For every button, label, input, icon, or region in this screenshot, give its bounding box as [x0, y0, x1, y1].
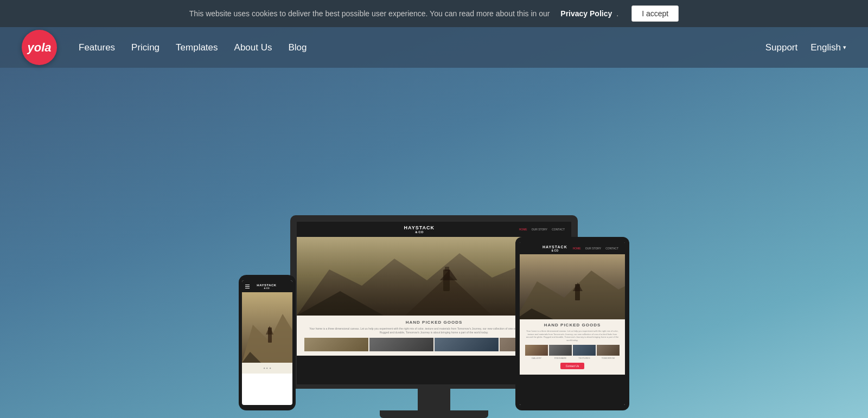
site-nav-tablet: HOME OUR STORY CONTACT: [573, 247, 618, 250]
site-thumb-1: [304, 338, 368, 351]
phone-footer-bar: ✦ ✦ ✦: [242, 363, 292, 374]
phone-mockup: HAYSTACK & CO: [239, 275, 296, 410]
phone-hero-image: [242, 292, 292, 363]
tab-label-4: TOMORROW: [597, 357, 620, 359]
language-selector[interactable]: English ▾: [810, 42, 846, 53]
nav-pricing[interactable]: Pricing: [131, 42, 159, 53]
site-brand-monitor: HAYSTACK & CO: [404, 225, 435, 234]
phone-footer-text: ✦ ✦ ✦: [263, 366, 271, 370]
tablet-mockup: HAYSTACK & CO HOME OUR STORY CONTACT: [515, 237, 629, 410]
tab-thumb-4: [597, 345, 620, 356]
monitor-neck: [418, 389, 450, 410]
devices-container: HAYSTACK & CO HOME OUR STORY CONTACT: [239, 152, 629, 418]
site-nav-monitor: HOME OUR STORY CONTACT: [519, 228, 565, 231]
tablet-hero-image: [520, 254, 625, 319]
nav-blog[interactable]: Blog: [288, 42, 307, 53]
site-nav-home: HOME: [519, 228, 527, 231]
tablet-thumbnails: [525, 345, 620, 356]
site-thumb-3: [435, 338, 499, 351]
cookie-period: .: [616, 9, 618, 18]
logo[interactable]: yola: [22, 30, 57, 65]
navbar: yola Features Pricing Templates About Us…: [0, 27, 868, 68]
hero-section: HAYSTACK & CO HOME OUR STORY CONTACT: [0, 68, 868, 418]
site-brand-tablet: HAYSTACK & CO: [542, 245, 567, 252]
phone-site-header: HAYSTACK & CO: [242, 280, 292, 292]
tablet-contact-button: Contact Us: [560, 363, 585, 369]
accept-cookies-button[interactable]: I accept: [631, 5, 679, 22]
tablet-section-title: HAND PICKED GOODS: [525, 323, 620, 327]
tab-nav-contact: CONTACT: [605, 247, 618, 250]
tablet-screen: HAYSTACK & CO HOME OUR STORY CONTACT: [520, 242, 625, 405]
cookie-message: This website uses cookies to deliver the…: [189, 9, 550, 18]
site-header-tablet: HAYSTACK & CO HOME OUR STORY CONTACT: [520, 242, 625, 254]
svg-marker-5: [440, 269, 457, 280]
svg-rect-10: [575, 284, 580, 300]
svg-marker-2: [297, 291, 384, 316]
tab-thumb-2: [549, 345, 572, 356]
language-label: English: [810, 42, 841, 53]
tablet-site-content: HAND PICKED GOODS Your home is a three d…: [520, 319, 625, 375]
chevron-down-icon: ▾: [843, 44, 846, 51]
nav-about[interactable]: About Us: [234, 42, 272, 53]
nav-features[interactable]: Features: [79, 42, 115, 53]
tab-thumb-1: [525, 345, 548, 356]
phone-frame: HAYSTACK & CO: [239, 275, 296, 410]
svg-marker-9: [520, 308, 553, 319]
svg-rect-6: [445, 267, 449, 271]
cookie-banner: This website uses cookies to deliver the…: [0, 0, 868, 27]
phone-screen: HAYSTACK & CO: [242, 280, 292, 405]
site-nav-contact: CONTACT: [552, 228, 565, 231]
tablet-section-text: Your home is a three dimensional canvas.…: [525, 330, 620, 342]
svg-marker-8: [520, 271, 625, 319]
svg-rect-4: [443, 269, 450, 291]
tablet-mountain-svg: [520, 254, 625, 319]
svg-marker-11: [573, 282, 583, 291]
site-header-monitor: HAYSTACK & CO HOME OUR STORY CONTACT: [297, 222, 571, 237]
nav-links: Features Pricing Templates About Us Blog: [79, 42, 765, 53]
tablet-frame: HAYSTACK & CO HOME OUR STORY CONTACT: [515, 237, 629, 410]
tab-label-1: GALLERY: [525, 357, 548, 359]
site-nav-story: OUR STORY: [532, 228, 548, 231]
site-screenshot-tablet: HAYSTACK & CO HOME OUR STORY CONTACT: [520, 242, 625, 405]
tab-thumb-3: [573, 345, 596, 356]
svg-rect-7: [520, 254, 625, 319]
phone-mountain-svg: [242, 292, 292, 363]
privacy-policy-link[interactable]: Privacy Policy: [560, 9, 612, 18]
svg-marker-3: [405, 275, 492, 316]
nav-templates[interactable]: Templates: [176, 42, 218, 53]
nav-right: Support English ▾: [765, 42, 846, 53]
tab-nav-story: OUR STORY: [585, 247, 602, 250]
site-thumb-2: [369, 338, 433, 351]
hamburger-icon: [245, 285, 250, 288]
support-link[interactable]: Support: [765, 42, 798, 53]
monitor-base: [380, 410, 488, 418]
tab-nav-home: HOME: [573, 247, 581, 250]
phone-brand: HAYSTACK & CO: [257, 284, 276, 290]
